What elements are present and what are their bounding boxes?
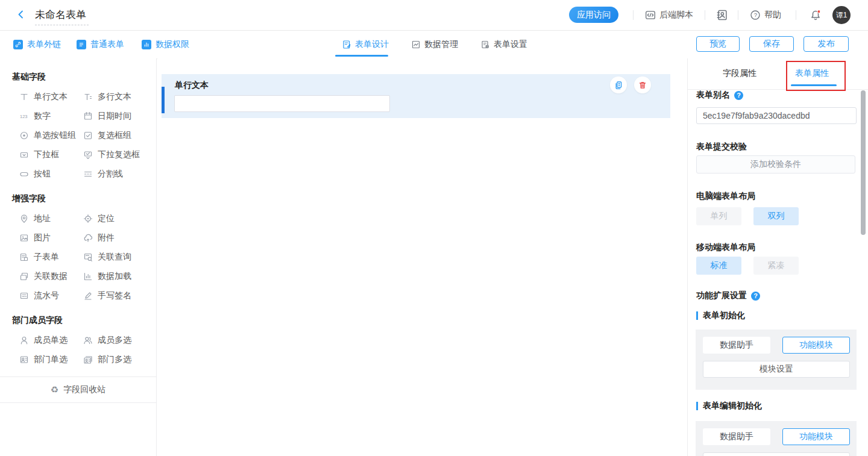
field-item-checkbox-group[interactable]: 复选框组 <box>83 126 156 145</box>
mobile-layout-standard-option[interactable]: 标准 <box>696 257 741 275</box>
plain-form-shortcut[interactable]: 普通表单 <box>77 31 124 58</box>
field-item-member-single[interactable]: 成员单选 <box>19 331 83 350</box>
shortcut-label: 普通表单 <box>90 39 124 50</box>
user-avatar[interactable]: 谭1 <box>832 6 851 24</box>
field-item-label: 部门多选 <box>98 354 131 365</box>
form-edit-init-function-module-button[interactable]: 功能模块 <box>782 428 850 445</box>
alias-help-icon[interactable]: ? <box>734 91 743 100</box>
field-item-member-multi[interactable]: 成员多选 <box>83 331 156 350</box>
plain-form-icon <box>77 40 86 49</box>
tab-field-properties[interactable]: 字段属性 <box>723 68 756 79</box>
form-canvas[interactable]: 单行文本 <box>157 58 687 456</box>
field-item-label: 附件 <box>98 233 115 243</box>
app-access-button[interactable]: 应用访问 <box>569 7 618 23</box>
field-item-address[interactable]: 地址 <box>19 209 83 228</box>
help-button[interactable]: ? 帮助 <box>750 0 781 30</box>
checkbox-group-icon <box>83 131 93 140</box>
external-link-shortcut[interactable]: 表单外链 <box>13 31 61 58</box>
add-validation-button[interactable]: 添加校验条件 <box>696 155 855 173</box>
form-edit-init-box: 数据助手 功能模块 模块设置 <box>696 421 857 456</box>
field-item-linked-query[interactable]: 关联查询 <box>83 248 156 267</box>
tab-data-manage[interactable]: 数据管理 <box>411 31 458 58</box>
backend-script-label: 后端脚本 <box>659 10 693 20</box>
tab-form-settings[interactable]: 表单设置 <box>480 31 527 58</box>
multi-line-text-icon <box>83 92 93 102</box>
field-item-single-line-text[interactable]: 单行文本 <box>19 87 83 107</box>
section-title-dept-member-fields: 部门成员字段 <box>0 305 156 331</box>
tab-label: 数据管理 <box>424 39 458 50</box>
single-line-text-icon <box>19 92 29 102</box>
form-edit-init-data-helper-button[interactable]: 数据助手 <box>703 428 770 445</box>
tab-form-properties[interactable]: 表单属性 <box>795 68 829 79</box>
field-item-dept-multi[interactable]: 部门多选 <box>83 350 156 369</box>
field-item-subform[interactable]: 子表单 <box>19 248 83 267</box>
single-line-text-input[interactable] <box>174 95 390 112</box>
field-item-label: 成员多选 <box>98 335 131 346</box>
field-item-select[interactable]: 下拉框 <box>19 145 83 164</box>
topbar-divider <box>796 10 796 20</box>
field-item-datetime[interactable]: 日期时间 <box>83 107 156 126</box>
properties-panel: 字段属性 表单属性 表单别名 ? 表单提交校验 添加校验条件 电脑端表单布局 单… <box>687 58 868 456</box>
field-item-signature[interactable]: 手写签名 <box>83 286 156 305</box>
field-label: 单行文本 <box>175 80 209 91</box>
form-init-data-helper-button[interactable]: 数据助手 <box>703 337 770 354</box>
mobile-layout-compact-option[interactable]: 紧凑 <box>753 257 799 275</box>
field-item-label: 部门单选 <box>34 354 68 365</box>
data-permission-icon <box>142 40 151 49</box>
field-item-multi-select[interactable]: 下拉复选框 <box>83 145 156 164</box>
field-item-label: 手写签名 <box>98 290 131 301</box>
field-item-linked-data[interactable]: 关联数据 <box>19 267 83 286</box>
form-edit-init-module-settings-button[interactable]: 模块设置 <box>703 452 850 456</box>
field-item-label: 成员单选 <box>34 335 68 346</box>
form-toolbar: 表单外链 普通表单 数据权限 表单设计 数据管理 <box>0 31 868 59</box>
selected-field-card[interactable]: 单行文本 <box>162 74 670 118</box>
attachment-icon <box>83 233 93 243</box>
recycle-label: 字段回收站 <box>63 384 105 395</box>
field-item-location[interactable]: 定位 <box>83 209 156 228</box>
field-item-number[interactable]: 123 数字 <box>19 107 83 126</box>
form-init-function-module-button[interactable]: 功能模块 <box>782 337 850 354</box>
contacts-button[interactable] <box>716 0 728 30</box>
field-item-label: 数字 <box>34 111 51 122</box>
field-item-serial-number[interactable]: 流水号 <box>19 286 83 305</box>
delete-field-button[interactable] <box>634 77 651 93</box>
active-tab-underline <box>335 55 388 57</box>
extension-help-icon[interactable]: ? <box>751 292 760 301</box>
form-alias-input[interactable] <box>696 107 857 124</box>
backend-script-button[interactable]: 后端脚本 <box>645 0 693 30</box>
copy-field-button[interactable] <box>610 77 627 93</box>
copy-icon <box>614 80 623 90</box>
pc-layout-double-column-option[interactable]: 双列 <box>753 207 799 225</box>
field-item-dept-single[interactable]: 部门单选 <box>19 350 83 369</box>
field-item-image[interactable]: 图片 <box>19 228 83 248</box>
form-edit-init-title: 表单编辑初始化 <box>703 401 762 411</box>
publish-button[interactable]: 发布 <box>804 36 849 52</box>
back-button[interactable] <box>16 9 28 21</box>
member-multi-icon <box>83 336 93 345</box>
save-button[interactable]: 保存 <box>749 36 794 52</box>
panel-scrollbar-thumb[interactable] <box>861 90 866 235</box>
form-title[interactable]: 未命名表单 <box>35 8 89 25</box>
field-item-button[interactable]: 按钮 <box>19 164 83 184</box>
field-item-label: 图片 <box>34 233 51 243</box>
top-bar: 未命名表单 应用访问 后端脚本 ? 帮助 <box>0 0 868 31</box>
field-item-multi-line-text[interactable]: 多行文本 <box>83 87 156 107</box>
shortcut-label: 数据权限 <box>156 39 189 50</box>
question-circle-icon: ? <box>750 10 761 20</box>
tab-label: 表单设计 <box>355 39 389 50</box>
field-recycle-bin[interactable]: ♻ 字段回收站 <box>0 376 156 403</box>
preview-button[interactable]: 预览 <box>696 36 740 52</box>
shortcut-label: 表单外链 <box>27 39 61 50</box>
pc-layout-single-column-option[interactable]: 单列 <box>696 207 741 225</box>
submit-validation-label: 表单提交校验 <box>696 142 747 152</box>
field-item-radio-group[interactable]: 单选按钮组 <box>19 126 83 145</box>
field-item-divider[interactable]: 分割线 <box>83 164 156 184</box>
field-item-label: 流水号 <box>34 290 59 301</box>
notifications-button[interactable] <box>810 0 822 30</box>
data-permission-shortcut[interactable]: 数据权限 <box>142 31 189 58</box>
form-alias-label-text: 表单别名 <box>696 90 730 101</box>
field-item-data-load[interactable]: 数据加载 <box>83 267 156 286</box>
form-init-module-settings-button[interactable]: 模块设置 <box>703 361 850 378</box>
field-item-attachment[interactable]: 附件 <box>83 228 156 248</box>
dept-multi-icon <box>83 355 93 364</box>
